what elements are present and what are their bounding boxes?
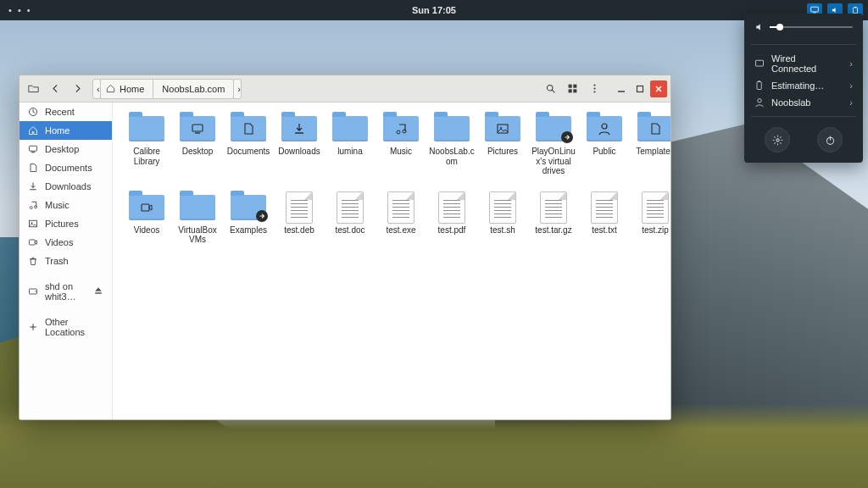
battery-label: Estimating… — [771, 80, 824, 91]
grid-icon — [567, 83, 578, 94]
item-label: Videos — [123, 225, 170, 236]
sidebar-item-pictures[interactable]: Pictures — [19, 214, 112, 233]
sidebar-item-documents[interactable]: Documents — [19, 158, 112, 177]
sidebar-mount[interactable]: shd on whit3… — [19, 277, 112, 306]
sidebar-item-music[interactable]: Music — [19, 196, 112, 214]
file-icon — [489, 191, 516, 224]
file-icon — [540, 191, 567, 224]
forward-button[interactable] — [67, 79, 87, 99]
svg-rect-21 — [637, 86, 643, 92]
folder-item[interactable]: Calibre Library — [123, 114, 170, 176]
svg-point-31 — [35, 291, 36, 292]
path-home[interactable]: Home — [100, 79, 153, 99]
view-grid-button[interactable] — [562, 79, 582, 99]
back-button[interactable] — [45, 79, 65, 99]
sidebar-item-desktop[interactable]: Desktop — [19, 140, 112, 158]
svg-rect-13 — [568, 85, 571, 88]
svg-rect-36 — [498, 125, 508, 133]
folder-icon — [231, 195, 266, 220]
network-row[interactable]: Wired Connected › — [751, 50, 856, 77]
sidebar-item-home[interactable]: Home — [19, 121, 112, 140]
item-label: test.pdf — [428, 225, 476, 236]
item-label: Music — [377, 147, 425, 157]
path-crumb-1[interactable]: NoobsLab.com — [153, 79, 234, 99]
folder-item[interactable]: Downloads — [275, 114, 323, 176]
user-icon — [754, 97, 765, 108]
svg-point-34 — [397, 130, 400, 134]
item-label: test.sh — [479, 225, 526, 236]
maximize-button[interactable] — [632, 80, 648, 97]
files-window: ‹ Home NoobsLab.com › RecentHomeDesktopD… — [19, 75, 671, 420]
volume-slider[interactable] — [770, 26, 853, 28]
sidebar-item-videos[interactable]: Videos — [19, 233, 112, 252]
search-button[interactable] — [540, 79, 560, 99]
sidebar-item-recent[interactable]: Recent — [19, 103, 112, 121]
header-bar: ‹ Home NoobsLab.com › — [19, 75, 670, 103]
file-item[interactable]: test.deb — [275, 193, 323, 245]
folder-item[interactable]: lumina — [326, 114, 374, 176]
folder-item[interactable]: PlayOnLinux's virtual drives — [530, 114, 577, 176]
minimize-button[interactable] — [613, 80, 630, 97]
file-item[interactable]: test.zip — [632, 193, 670, 245]
folder-item[interactable]: Music — [377, 114, 425, 176]
sidebar-item-label: Home — [45, 125, 70, 136]
hamburger-menu-button[interactable] — [584, 79, 604, 99]
folder-item[interactable]: Documents — [225, 114, 272, 176]
item-label: test.txt — [581, 225, 628, 236]
svg-rect-15 — [568, 89, 571, 92]
file-icon — [642, 191, 669, 224]
folder-item[interactable]: VirtualBox VMs — [174, 193, 221, 245]
folder-icon — [180, 116, 215, 141]
file-item[interactable]: test.doc — [326, 193, 374, 245]
file-item[interactable]: test.sh — [479, 193, 526, 245]
folder-item[interactable]: Templates — [632, 114, 670, 176]
folder-item[interactable]: Desktop — [174, 114, 221, 176]
item-label: VirtualBox VMs — [174, 225, 221, 245]
symlink-badge-icon — [561, 131, 573, 143]
folder-item[interactable]: Examples — [225, 193, 272, 245]
sidebar-other-locations[interactable]: Other Locations — [19, 313, 112, 341]
file-grid-area[interactable]: Calibre LibraryDesktopDocumentsDownloads… — [113, 103, 670, 419]
svg-rect-14 — [573, 85, 576, 88]
places-sidebar: RecentHomeDesktopDocumentsDownloadsMusic… — [19, 103, 113, 419]
folder-item[interactable]: Videos — [123, 193, 170, 245]
item-label: Public — [581, 147, 628, 157]
folder-item[interactable]: NoobsLab.com — [428, 114, 476, 176]
sidebar-item-downloads[interactable]: Downloads — [19, 177, 112, 196]
settings-button[interactable] — [765, 127, 790, 152]
file-item[interactable]: test.tar.gz — [530, 193, 577, 245]
item-label: Desktop — [174, 147, 221, 157]
user-row[interactable]: Noobslab › — [751, 94, 856, 111]
sidebar-item-label: Documents — [45, 163, 92, 173]
svg-point-8 — [776, 138, 778, 141]
user-label: Noobslab — [771, 97, 810, 108]
sidebar-item-label: Music — [45, 200, 70, 210]
file-item[interactable]: test.txt — [581, 193, 628, 245]
activities-button[interactable]: • • • — [0, 5, 32, 15]
file-item[interactable]: test.pdf — [428, 193, 476, 245]
sidebar-item-trash[interactable]: Trash — [19, 252, 112, 270]
svg-line-12 — [552, 90, 554, 92]
power-icon — [825, 135, 836, 146]
item-label: NoobsLab.com — [428, 147, 476, 166]
path-bar: ‹ Home NoobsLab.com › — [92, 79, 242, 99]
volume-slider-row[interactable] — [751, 20, 856, 39]
power-button[interactable] — [817, 127, 843, 152]
svg-point-18 — [593, 87, 595, 89]
symlink-badge-icon — [256, 210, 268, 222]
svg-rect-23 — [30, 146, 37, 151]
clock-label[interactable]: Sun 17:05 — [412, 5, 456, 15]
folder-item[interactable]: Pictures — [479, 114, 526, 176]
file-icon — [591, 191, 618, 224]
new-folder-icon[interactable] — [23, 79, 43, 99]
item-label: test.deb — [275, 225, 323, 236]
battery-row[interactable]: Estimating… › — [751, 77, 856, 94]
folder-item[interactable]: Public — [581, 114, 628, 176]
close-button[interactable] — [650, 80, 667, 97]
file-item[interactable]: test.exe — [377, 193, 425, 245]
eject-icon[interactable] — [93, 286, 103, 297]
chevron-right-icon: › — [849, 80, 853, 91]
sidebar-item-label: Recent — [45, 107, 75, 117]
sidebar-item-label: Downloads — [45, 181, 91, 191]
path-forward-chevron[interactable]: › — [233, 79, 242, 99]
